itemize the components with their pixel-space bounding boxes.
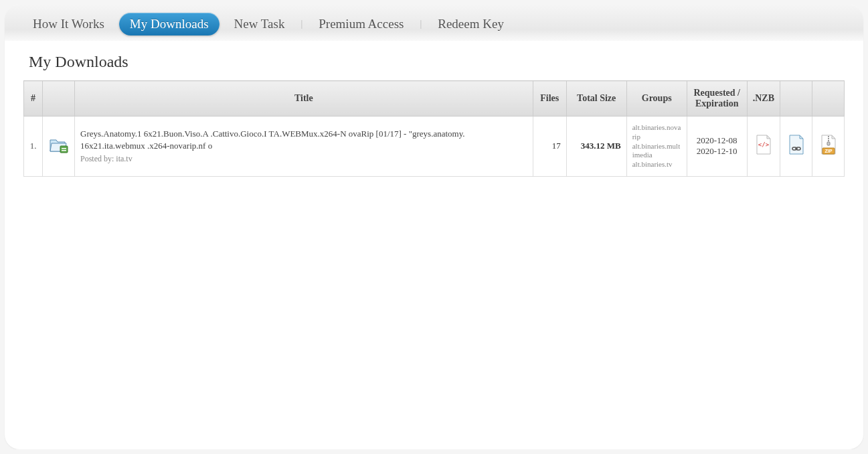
- main-nav: How It Works My Downloads New Task | Pre…: [5, 5, 863, 41]
- nzb-file-icon[interactable]: </>: [755, 135, 772, 155]
- page-title: My Downloads: [29, 53, 845, 71]
- download-dates: 2020-12-08 2020-12-10: [687, 117, 747, 177]
- nav-redeem-key[interactable]: Redeem Key: [427, 13, 515, 35]
- col-header-size: Total Size: [566, 81, 626, 117]
- nav-new-task[interactable]: New Task: [224, 13, 296, 35]
- zip-file-icon[interactable]: ZIP: [820, 135, 837, 155]
- col-header-icon: [43, 81, 75, 117]
- download-title: Greys.Anatomy.1 6x21.Buon.Viso.A .Cattiv…: [80, 128, 527, 151]
- svg-rect-1: [62, 148, 66, 149]
- table-row: 1.: [24, 117, 845, 177]
- download-files: 17: [533, 117, 566, 177]
- folder-icon: [49, 135, 69, 154]
- col-header-link: [780, 81, 812, 117]
- nav-premium-access[interactable]: Premium Access: [308, 13, 414, 35]
- nav-my-downloads[interactable]: My Downloads: [119, 13, 220, 35]
- col-header-dates: Requested / Expiration: [687, 81, 747, 117]
- download-groups: alt.binaries.novarip alt.binaries.multim…: [626, 117, 687, 177]
- col-header-title: Title: [75, 81, 533, 117]
- svg-rect-7: [828, 136, 829, 137]
- col-header-files: Files: [533, 81, 566, 117]
- svg-rect-2: [62, 150, 66, 151]
- nav-separator: |: [418, 19, 423, 29]
- link-file-icon[interactable]: [788, 135, 805, 155]
- svg-rect-8: [828, 138, 829, 139]
- col-header-num: #: [24, 81, 43, 117]
- nav-separator: |: [299, 19, 304, 29]
- downloads-table: # Title Files Total Size Groups Requeste…: [23, 80, 845, 177]
- svg-text:</>: </>: [758, 141, 770, 148]
- row-number: 1.: [24, 117, 43, 177]
- svg-rect-10: [827, 142, 830, 145]
- col-header-nzb: .NZB: [747, 81, 780, 117]
- download-posted-by: Posted by: ita.tv: [80, 154, 527, 164]
- nav-how-it-works[interactable]: How It Works: [22, 13, 115, 35]
- download-size: 343.12 MB: [566, 117, 626, 177]
- svg-text:ZIP: ZIP: [824, 149, 832, 153]
- col-header-zip: [812, 81, 845, 117]
- svg-rect-0: [60, 146, 68, 153]
- col-header-groups: Groups: [626, 81, 687, 117]
- svg-rect-9: [828, 140, 829, 141]
